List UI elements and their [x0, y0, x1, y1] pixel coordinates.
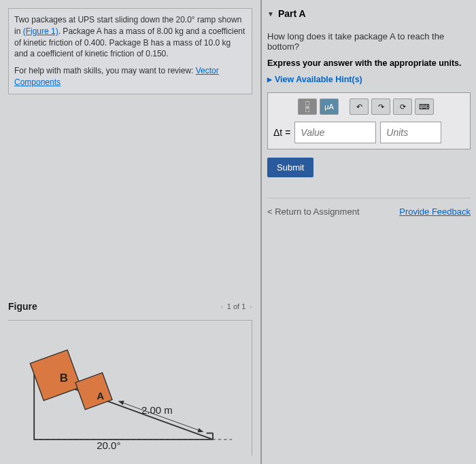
triangle-right-icon: ▶: [267, 76, 272, 83]
svg-marker-6: [118, 401, 124, 406]
hints-toggle[interactable]: ▶ View Available Hint(s): [267, 75, 471, 84]
figure-image: B A 2.00 m 20.0°: [8, 320, 252, 456]
label-angle: 20.0°: [97, 440, 120, 449]
svg-marker-5: [198, 428, 203, 433]
svg-rect-3: [75, 373, 112, 410]
label-distance: 2.00 m: [141, 404, 173, 416]
svg-rect-2: [30, 350, 81, 401]
answer-box: □□ μA ↶ ↷ ⟳ ⌨ Δt =: [267, 92, 471, 149]
figure-title: Figure: [8, 301, 37, 312]
value-input[interactable]: [294, 122, 376, 143]
reset-icon[interactable]: ⟳: [393, 99, 412, 115]
hints-label: View Available Hint(s): [275, 75, 362, 84]
figure-counter: 1 of 1: [227, 302, 246, 310]
question-text: How long does it take package A to reach…: [267, 31, 471, 52]
chevron-left-icon[interactable]: ‹: [220, 302, 223, 310]
input-row: Δt =: [273, 122, 464, 143]
figure-nav: ‹ 1 of 1 ›: [220, 302, 252, 310]
label-A: A: [97, 390, 104, 401]
variable-label: Δt =: [273, 127, 290, 138]
left-panel: Two packages at UPS start sliding down t…: [0, 0, 262, 464]
figure-header: Figure ‹ 1 of 1 ›: [8, 298, 252, 315]
feedback-link[interactable]: Provide Feedback: [399, 207, 471, 217]
triangle-down-icon: ▼: [267, 10, 274, 18]
part-title: Part A: [278, 8, 306, 19]
submit-button[interactable]: Submit: [267, 158, 313, 177]
redo-icon[interactable]: ↷: [371, 99, 390, 115]
help-text: For help with math skills, you may want …: [14, 65, 246, 88]
figure-section: Figure ‹ 1 of 1 › B A 2.00 m 20.0°: [8, 271, 252, 456]
return-link[interactable]: < Return to Assignment: [267, 207, 360, 217]
chevron-right-icon[interactable]: ›: [250, 302, 252, 310]
undo-icon[interactable]: ↶: [350, 99, 369, 115]
mu-a-button[interactable]: μA: [320, 99, 339, 115]
toolbar: □□ μA ↶ ↷ ⟳ ⌨: [298, 99, 464, 115]
figure-link[interactable]: (Figure 1): [23, 26, 58, 36]
problem-text: Two packages at UPS start sliding down t…: [8, 8, 252, 94]
help-prefix: For help with math skills, you may want …: [14, 66, 196, 75]
part-a-header[interactable]: ▼ Part A: [267, 8, 471, 19]
instruction-text: Express your answer with the appropriate…: [267, 58, 471, 68]
footer: < Return to Assignment Provide Feedback: [267, 198, 471, 217]
fraction-icon[interactable]: □□: [298, 99, 317, 115]
units-input[interactable]: [380, 122, 441, 143]
label-B: B: [60, 372, 68, 385]
right-panel: ▼ Part A How long does it take package A…: [262, 0, 476, 464]
keyboard-icon[interactable]: ⌨: [415, 99, 434, 115]
